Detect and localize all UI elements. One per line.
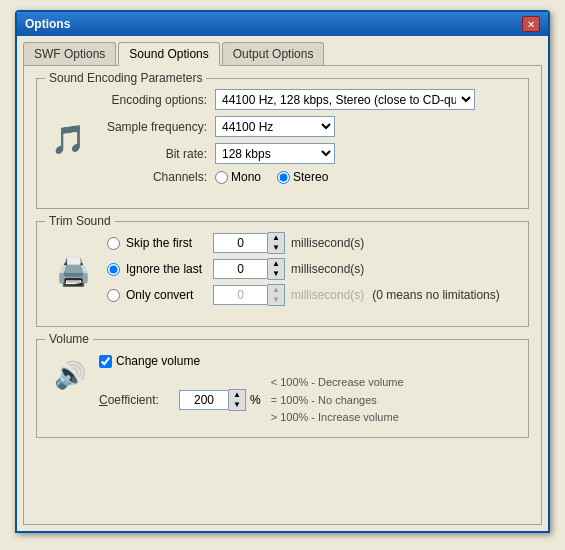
trim-group-label: Trim Sound — [45, 214, 115, 228]
ignore-last-label: Ignore the last — [126, 262, 202, 276]
coefficient-label: Coefficient: — [99, 393, 179, 407]
ignore-last-radio[interactable] — [107, 263, 120, 276]
tab-sound[interactable]: Sound Options — [118, 42, 219, 66]
only-convert-row: Only convert ▲ ▼ millisecond(s) (0 means — [107, 284, 516, 306]
window-title: Options — [25, 17, 70, 31]
coefficient-up[interactable]: ▲ — [229, 390, 245, 400]
mono-option[interactable]: Mono — [215, 170, 261, 184]
close-button[interactable]: ✕ — [522, 16, 540, 32]
channels-row: Channels: Mono Stereo — [95, 170, 516, 184]
ignore-last-up[interactable]: ▲ — [268, 259, 284, 269]
skip-first-label: Skip the first — [126, 236, 192, 250]
skip-first-input[interactable] — [213, 233, 268, 253]
skip-first-radio-label[interactable]: Skip the first — [107, 236, 207, 250]
encoding-options-label: Encoding options: — [95, 93, 215, 107]
coefficient-spinner: ▲ ▼ — [179, 389, 246, 411]
only-convert-spin-btns: ▲ ▼ — [268, 284, 285, 306]
sample-freq-label: Sample frequency: — [95, 120, 215, 134]
window-content: SWF Options Sound Options Output Options… — [17, 36, 548, 531]
change-volume-checkbox[interactable] — [99, 355, 112, 368]
stereo-option[interactable]: Stereo — [277, 170, 328, 184]
trim-icon: 🖨️ — [49, 247, 97, 295]
only-convert-ms: millisecond(s) — [291, 288, 364, 302]
music-icon: 🎵 — [49, 115, 87, 165]
skip-first-spinner: ▲ ▼ — [213, 232, 285, 254]
title-bar: Options ✕ — [17, 12, 548, 36]
coefficient-unit: % — [250, 393, 261, 407]
trim-row: 🖨️ Skip the first ▲ — [49, 232, 516, 310]
coefficient-spin-btns: ▲ ▼ — [229, 389, 246, 411]
coefficient-hints: < 100% - Decrease volume = 100% - No cha… — [271, 374, 404, 427]
encoding-row: 🎵 Encoding options: 44100 Hz, 128 kbps, … — [49, 89, 516, 190]
ignore-last-spinner: ▲ ▼ — [213, 258, 285, 280]
only-convert-label: Only convert — [126, 288, 193, 302]
tab-content-sound: Sound Encoding Parameters 🎵 Encoding opt… — [23, 65, 542, 525]
change-volume-text: Change volume — [116, 354, 200, 368]
only-convert-hint: (0 means no limitations) — [372, 288, 499, 302]
volume-icon: 🔊 — [49, 354, 91, 396]
coefficient-label-text: oefficient: — [108, 393, 159, 407]
ignore-last-row: Ignore the last ▲ ▼ millisecond(s) — [107, 258, 516, 280]
only-convert-radio[interactable] — [107, 289, 120, 302]
volume-fields: Change volume Coefficient: ▲ ▼ — [99, 354, 516, 427]
channels-radio-group: Mono Stereo — [215, 170, 328, 184]
encoding-options-row: Encoding options: 44100 Hz, 128 kbps, St… — [95, 89, 516, 110]
only-convert-spinner: ▲ ▼ — [213, 284, 285, 306]
encoding-fields: Encoding options: 44100 Hz, 128 kbps, St… — [95, 89, 516, 190]
volume-row: 🔊 Change volume Coefficient: — [49, 354, 516, 427]
skip-first-ms: millisecond(s) — [291, 236, 364, 250]
change-volume-label[interactable]: Change volume — [99, 354, 516, 368]
skip-first-spin-btns: ▲ ▼ — [268, 232, 285, 254]
mono-label: Mono — [231, 170, 261, 184]
tab-output[interactable]: Output Options — [222, 42, 325, 65]
stereo-label: Stereo — [293, 170, 328, 184]
coefficient-row: Coefficient: ▲ ▼ % < 10 — [99, 374, 516, 427]
hint-decrease: < 100% - Decrease volume — [271, 374, 404, 392]
only-convert-input[interactable] — [213, 285, 268, 305]
encoding-options-select[interactable]: 44100 Hz, 128 kbps, Stereo (close to CD-… — [215, 89, 475, 110]
ignore-last-ms: millisecond(s) — [291, 262, 364, 276]
ignore-last-input[interactable] — [213, 259, 268, 279]
volume-group-label: Volume — [45, 332, 93, 346]
ignore-last-down[interactable]: ▼ — [268, 269, 284, 279]
hint-increase: > 100% - Increase volume — [271, 409, 404, 427]
only-convert-radio-label[interactable]: Only convert — [107, 288, 207, 302]
ignore-last-radio-label[interactable]: Ignore the last — [107, 262, 207, 276]
bit-rate-row: Bit rate: 128 kbps 64 kbps 32 kbps — [95, 143, 516, 164]
ignore-last-spin-btns: ▲ ▼ — [268, 258, 285, 280]
stereo-radio[interactable] — [277, 171, 290, 184]
hint-nochange: = 100% - No changes — [271, 392, 404, 410]
skip-first-up[interactable]: ▲ — [268, 233, 284, 243]
skip-first-radio[interactable] — [107, 237, 120, 250]
options-window: Options ✕ SWF Options Sound Options Outp… — [15, 10, 550, 533]
tab-bar: SWF Options Sound Options Output Options — [23, 42, 542, 65]
skip-first-row: Skip the first ▲ ▼ millisecond(s) — [107, 232, 516, 254]
trim-fields: Skip the first ▲ ▼ millisecond(s) — [107, 232, 516, 310]
skip-first-down[interactable]: ▼ — [268, 243, 284, 253]
encoding-group-label: Sound Encoding Parameters — [45, 71, 206, 85]
mono-radio[interactable] — [215, 171, 228, 184]
bit-rate-label: Bit rate: — [95, 147, 215, 161]
coefficient-input[interactable] — [179, 390, 229, 410]
sample-freq-select[interactable]: 44100 Hz 22050 Hz 11025 Hz — [215, 116, 335, 137]
trim-group: Trim Sound 🖨️ Skip the first — [36, 221, 529, 327]
encoding-group: Sound Encoding Parameters 🎵 Encoding opt… — [36, 78, 529, 209]
volume-group: Volume 🔊 Change volume Coefficient: — [36, 339, 529, 438]
bit-rate-select[interactable]: 128 kbps 64 kbps 32 kbps — [215, 143, 335, 164]
sample-freq-row: Sample frequency: 44100 Hz 22050 Hz 1102… — [95, 116, 516, 137]
channels-label: Channels: — [95, 170, 215, 184]
tab-swf[interactable]: SWF Options — [23, 42, 116, 65]
coefficient-down[interactable]: ▼ — [229, 400, 245, 410]
only-convert-up[interactable]: ▲ — [268, 285, 284, 295]
only-convert-down[interactable]: ▼ — [268, 295, 284, 305]
